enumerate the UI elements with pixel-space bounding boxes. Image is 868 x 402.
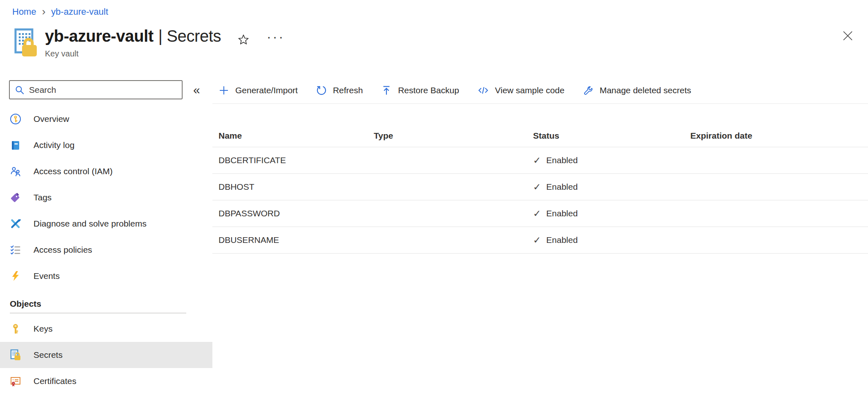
status-cell: ✓ Enabled: [533, 208, 690, 219]
secrets-table: Name Type Status Expiration date DBCERTI…: [212, 124, 868, 254]
certificate-icon: [10, 375, 21, 387]
wrench-icon: [583, 85, 594, 96]
checklist-icon: [10, 244, 21, 256]
key-vault-icon: [11, 27, 38, 61]
sidebar-item-label: Certificates: [33, 376, 76, 386]
column-header-status: Status: [533, 131, 690, 141]
vault-name: yb-azure-vault: [45, 27, 154, 45]
check-icon: ✓: [533, 208, 541, 219]
manage-deleted-secrets-button[interactable]: Manage deleted secrets: [583, 85, 691, 96]
table-row[interactable]: DBHOST ✓ Enabled: [212, 174, 868, 200]
page-header: yb-azure-vault| Secrets Key vault ···: [0, 17, 868, 61]
sidebar-section-objects: Objects: [0, 295, 212, 313]
table-row[interactable]: DBCERTIFICATE ✓ Enabled: [212, 147, 868, 174]
sidebar-item-label: Activity log: [33, 140, 74, 150]
tag-icon: [10, 192, 21, 203]
activity-log-book-icon: [10, 139, 21, 151]
toolbar-button-label: Refresh: [333, 85, 363, 95]
sidebar-item-diagnose[interactable]: Diagnose and solve problems: [0, 211, 212, 237]
check-icon: ✓: [533, 155, 541, 166]
secrets-vault-icon: [10, 349, 21, 361]
search-input[interactable]: [29, 85, 177, 95]
sidebar-item-access-control[interactable]: Access control (IAM): [0, 158, 212, 184]
status-cell: ✓ Enabled: [533, 235, 690, 245]
column-header-name: Name: [219, 131, 374, 141]
sidebar-item-label: Overview: [33, 114, 69, 124]
sidebar-item-label: Keys: [33, 324, 53, 334]
resource-type-label: Key vault: [45, 49, 221, 58]
blade-name: | Secrets: [158, 27, 221, 45]
secret-name-cell[interactable]: DBCERTIFICATE: [219, 155, 374, 165]
table-row[interactable]: DBPASSWORD ✓ Enabled: [212, 200, 868, 227]
toolbar: Generate/Import Refresh: [212, 80, 868, 101]
refresh-icon: [316, 85, 327, 96]
check-icon: ✓: [533, 235, 541, 245]
page-title: yb-azure-vault| Secrets: [45, 27, 221, 45]
sidebar-item-keys[interactable]: Keys: [0, 316, 212, 342]
plus-icon: [219, 85, 229, 96]
generate-import-button[interactable]: Generate/Import: [219, 85, 298, 96]
key-icon: [10, 323, 21, 335]
sidebar-item-access-policies[interactable]: Access policies: [0, 237, 212, 263]
main-panel: Generate/Import Refresh: [212, 80, 868, 394]
sidebar: « Overview: [0, 80, 212, 394]
section-divider: [10, 313, 186, 313]
breadcrumb: Home › yb-azure-vault: [0, 0, 868, 17]
table-header-row: Name Type Status Expiration date: [212, 124, 868, 147]
toolbar-button-label: Generate/Import: [235, 85, 298, 95]
view-sample-code-button[interactable]: View sample code: [478, 85, 565, 96]
toolbar-divider: [212, 103, 868, 104]
lightning-bolt-icon: [10, 270, 21, 282]
sidebar-item-label: Events: [33, 271, 60, 281]
close-icon[interactable]: [842, 30, 853, 43]
breadcrumb-separator: ›: [42, 6, 46, 17]
sidebar-item-label: Tags: [33, 193, 51, 202]
status-label: Enabled: [546, 235, 578, 245]
secret-name-cell[interactable]: DBUSERNAME: [219, 235, 374, 245]
sidebar-item-label: Diagnose and solve problems: [33, 219, 147, 229]
sidebar-item-label: Access control (IAM): [33, 166, 113, 176]
sidebar-item-label: Secrets: [33, 350, 62, 360]
toolbar-button-label: Manage deleted secrets: [600, 85, 691, 95]
breadcrumb-vault-link[interactable]: yb-azure-vault: [51, 7, 108, 17]
code-brackets-icon: [478, 85, 489, 96]
sidebar-item-certificates[interactable]: Certificates: [0, 368, 212, 394]
sidebar-item-activity-log[interactable]: Activity log: [0, 132, 212, 158]
sidebar-item-overview[interactable]: Overview: [0, 106, 212, 132]
restore-backup-button[interactable]: Restore Backup: [381, 85, 459, 96]
collapse-chevrons-icon[interactable]: «: [193, 84, 200, 96]
toolbar-button-label: View sample code: [495, 85, 565, 95]
secret-name-cell[interactable]: DBPASSWORD: [219, 209, 374, 218]
check-icon: ✓: [533, 182, 541, 192]
status-label: Enabled: [546, 155, 578, 165]
sidebar-item-tags[interactable]: Tags: [0, 184, 212, 211]
sidebar-item-secrets[interactable]: Secrets: [0, 342, 212, 368]
table-row[interactable]: DBUSERNAME ✓ Enabled: [212, 227, 868, 254]
column-header-type: Type: [374, 131, 533, 141]
column-header-expiration: Expiration date: [690, 131, 868, 141]
status-label: Enabled: [546, 182, 578, 192]
status-label: Enabled: [546, 209, 578, 218]
overview-key-circle-icon: [10, 113, 21, 125]
ellipsis-icon[interactable]: ···: [267, 30, 285, 43]
restore-upload-icon: [381, 85, 392, 96]
sidebar-item-label: Access policies: [33, 245, 92, 255]
people-icon: [10, 166, 21, 177]
status-cell: ✓ Enabled: [533, 182, 690, 192]
sidebar-item-events[interactable]: Events: [0, 263, 212, 289]
refresh-button[interactable]: Refresh: [316, 85, 363, 96]
breadcrumb-home-link[interactable]: Home: [12, 7, 36, 17]
secret-name-cell[interactable]: DBHOST: [219, 182, 374, 192]
star-icon[interactable]: [237, 34, 250, 47]
status-cell: ✓ Enabled: [533, 155, 690, 166]
toolbar-button-label: Restore Backup: [398, 85, 459, 95]
sidebar-search-box: [9, 80, 183, 99]
crossed-tools-icon: [10, 218, 21, 229]
search-icon: [15, 85, 25, 95]
